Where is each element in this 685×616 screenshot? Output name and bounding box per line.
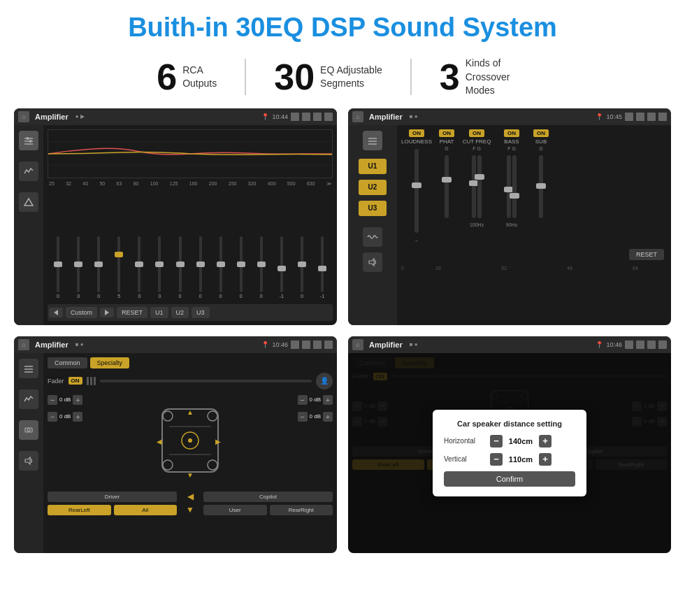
eq-slider-11[interactable]: -1 (273, 236, 291, 299)
back-icon-4[interactable] (658, 341, 667, 349)
vertical-plus[interactable]: + (539, 453, 551, 466)
stat-eq-number: 30 (274, 59, 315, 95)
camera-icon-4 (625, 341, 633, 349)
eq-slider-10[interactable]: 0 (252, 236, 271, 299)
vertical-minus[interactable]: − (490, 453, 503, 466)
eq-reset-btn[interactable]: RESET (117, 307, 147, 318)
back-icon-3[interactable] (324, 341, 333, 349)
eq-sidebar (14, 125, 43, 325)
spk-minus-4[interactable]: − (298, 412, 308, 422)
cutfreq-slider-f[interactable] (472, 155, 476, 218)
fader-label: Fader (48, 378, 64, 385)
eq-u3-btn[interactable]: U3 (192, 307, 210, 318)
spk-sidebar-btn-3[interactable] (19, 420, 38, 440)
home-icon-3[interactable]: ⌂ (18, 339, 29, 350)
vol-icon-1 (302, 113, 310, 121)
eq-slider-6[interactable]: 0 (171, 236, 189, 299)
loudness-on[interactable]: ON (409, 129, 424, 137)
svg-marker-12 (369, 259, 374, 266)
eq-slider-4[interactable]: 0 (130, 236, 148, 299)
confirm-button[interactable]: Confirm (444, 471, 575, 487)
cutfreq-on[interactable]: ON (469, 129, 484, 137)
loudness-slider[interactable] (414, 149, 419, 233)
spk-plus-2[interactable]: + (73, 412, 82, 422)
stat-crossover: 3 Kinds ofCrossover Modes (412, 57, 556, 98)
btn-copilot[interactable]: Copilot (203, 492, 333, 502)
btn-rearright[interactable]: RearRight (270, 505, 333, 515)
eq-play-btn[interactable] (100, 308, 114, 317)
eq-slider-8[interactable]: 0 (212, 236, 230, 299)
vol-icon-2 (636, 113, 644, 121)
eq-prev-btn[interactable] (49, 308, 63, 317)
amp-sidebar-btn-vol[interactable] (363, 252, 382, 272)
eq-custom-btn[interactable]: Custom (66, 307, 97, 318)
back-icon-1[interactable] (324, 113, 333, 121)
time-4: 10:46 (606, 341, 622, 348)
u3-btn[interactable]: U3 (359, 201, 387, 216)
eq-slider-12[interactable]: 0 (293, 236, 311, 299)
bass-slider-f[interactable] (507, 155, 511, 218)
amp-reset-btn[interactable]: RESET (629, 249, 664, 260)
stats-row: 6 RCAOutputs 30 EQ AdjustableSegments 3 … (0, 50, 685, 108)
u2-btn[interactable]: U2 (359, 180, 387, 195)
spk-minus-1[interactable]: − (48, 395, 57, 405)
eq-sidebar-btn-3[interactable] (19, 192, 38, 212)
fader-icon-btn[interactable]: 👤 (316, 373, 333, 389)
btn-user[interactable]: User (203, 505, 267, 515)
spk-plus-1[interactable]: + (73, 395, 82, 405)
eq-u2-btn[interactable]: U2 (171, 307, 189, 318)
spk-sidebar-btn-4[interactable] (19, 451, 38, 471)
sub-slider[interactable] (539, 155, 543, 218)
u1-btn[interactable]: U1 (359, 159, 387, 174)
spk-sidebar-btn-1[interactable] (19, 359, 38, 378)
eq-slider-7[interactable]: 0 (192, 236, 210, 299)
eq-slider-2[interactable]: 0 (89, 236, 108, 299)
btn-all[interactable]: All (114, 505, 178, 515)
amp-sidebar-btn-wave[interactable] (363, 227, 382, 247)
horizontal-minus[interactable]: − (490, 435, 503, 447)
eq-slider-1[interactable]: 0 (69, 236, 87, 299)
eq-sidebar-btn-2[interactable] (19, 162, 38, 181)
eq-slider-3[interactable]: 5 (110, 236, 128, 299)
time-3: 10:46 (272, 341, 288, 348)
eq-slider-13[interactable]: -1 (313, 236, 331, 299)
tab-specialty[interactable]: Specialty (90, 357, 130, 368)
home-icon-4[interactable]: ⌂ (352, 339, 363, 350)
home-icon-2[interactable]: ⌂ (352, 111, 363, 122)
btn-rearleft[interactable]: RearLeft (48, 505, 111, 515)
svg-point-23 (188, 438, 192, 443)
spk-plus-4[interactable]: + (323, 412, 333, 422)
back-icon-2[interactable] (658, 113, 667, 121)
phat-slider[interactable] (445, 155, 449, 218)
fader-row: Fader ON 👤 (48, 373, 333, 389)
tab-common[interactable]: Common (48, 357, 87, 368)
screen1-body: 2532405063 80100125160200 25032040050063… (14, 125, 337, 325)
time-1: 10:44 (272, 113, 288, 120)
eq-slider-0[interactable]: 0 (49, 236, 67, 299)
home-icon-1[interactable]: ⌂ (18, 111, 29, 122)
sub-on[interactable]: ON (533, 129, 549, 137)
fader-track[interactable] (100, 380, 312, 382)
bass-slider-g[interactable] (512, 155, 517, 218)
bass-on[interactable]: ON (504, 129, 519, 137)
eq-u1-btn[interactable]: U1 (150, 307, 168, 318)
eq-slider-9[interactable]: 0 (232, 236, 250, 299)
spk-plus-3[interactable]: + (323, 395, 333, 405)
spk-minus-3[interactable]: − (298, 395, 308, 405)
amp-sidebar-btn-eq[interactable] (363, 131, 382, 150)
horizontal-plus[interactable]: + (539, 435, 551, 447)
eq-slider-5[interactable]: 0 (150, 236, 168, 299)
vertical-label: Vertical (444, 455, 486, 463)
fader-on-btn[interactable]: ON (68, 377, 82, 385)
spk-sidebar-btn-2[interactable] (19, 389, 38, 409)
btn-driver[interactable]: Driver (48, 492, 177, 502)
stat-crossover-number: 3 (440, 59, 460, 95)
spk-minus-2[interactable]: − (48, 412, 57, 422)
cutfreq-slider-g[interactable] (477, 155, 482, 218)
eq-sidebar-btn-1[interactable] (19, 131, 38, 150)
screen-dialog: ⌂ Amplifier ■ ● 📍 10:46 Common Specialty… (348, 336, 671, 553)
phat-on[interactable]: ON (439, 129, 454, 137)
screen3-body: Common Specialty Fader ON 👤 (14, 353, 337, 553)
statusbar-2: ⌂ Amplifier ■ ● 📍 10:45 (348, 108, 671, 125)
screens-grid: ⌂ Amplifier ● ▶ 📍 10:44 (0, 108, 685, 560)
